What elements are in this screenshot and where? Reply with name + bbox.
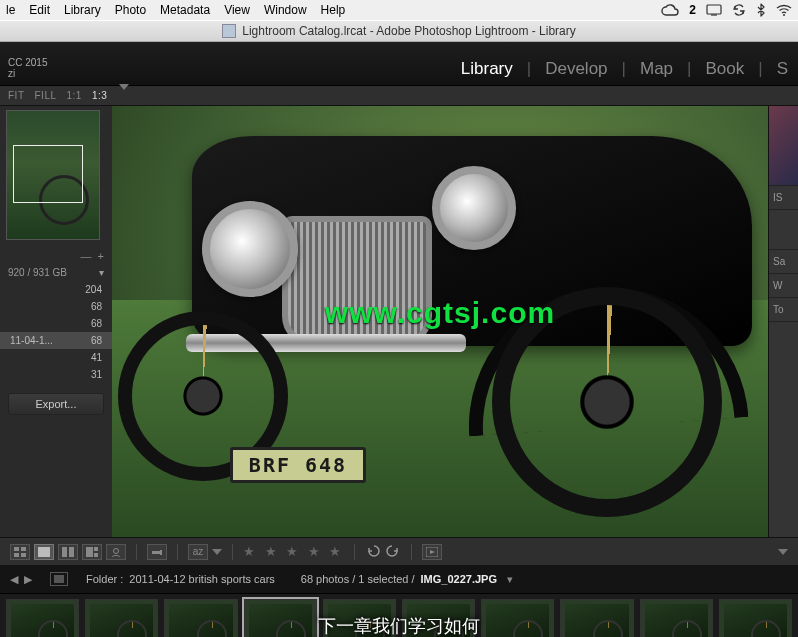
- export-button[interactable]: Export...: [8, 393, 104, 415]
- creative-cloud-icon[interactable]: [661, 4, 679, 16]
- svg-rect-3: [14, 547, 19, 551]
- painter-tool-icon[interactable]: [147, 544, 167, 560]
- identity-plate-line1: CC 2015: [8, 57, 47, 68]
- tab-library[interactable]: Library: [461, 59, 513, 79]
- compare-view-icon[interactable]: [58, 544, 78, 560]
- svg-rect-6: [21, 553, 26, 557]
- folder-row[interactable]: 31: [0, 366, 112, 383]
- menu-metadata[interactable]: Metadata: [160, 3, 210, 17]
- rating-stars[interactable]: ★ ★ ★ ★ ★: [243, 544, 344, 559]
- people-view-icon[interactable]: [106, 544, 126, 560]
- loupe-view[interactable]: BRF 648 www.cgtsj.com: [112, 106, 768, 537]
- window-title-bar: Lightroom Catalog.lrcat - Adobe Photosho…: [0, 20, 798, 42]
- filmstrip-thumb[interactable]: [719, 599, 792, 638]
- volume-space-label: 920 / 931 GB: [8, 267, 67, 278]
- menu-window[interactable]: Window: [264, 3, 307, 17]
- right-panel-item[interactable]: Sa: [769, 250, 798, 274]
- module-picker: Library | Develop | Map | Book | S: [461, 59, 788, 79]
- folder-row-selected[interactable]: 11-04-1... 68: [0, 332, 112, 349]
- zoom-1to3[interactable]: 1:3: [92, 90, 107, 101]
- filmstrip-thumb[interactable]: [640, 599, 713, 638]
- panel-collapse-icon[interactable]: —: [81, 250, 92, 262]
- svg-rect-10: [86, 547, 93, 557]
- left-panel: — + 920 / 931 GB ▾ 204 68 68 11-04-1... …: [0, 106, 112, 537]
- filmstrip-thumb[interactable]: [85, 599, 158, 638]
- source-folder-name[interactable]: 2011-04-12 british sports cars: [129, 573, 275, 585]
- tab-develop[interactable]: Develop: [545, 59, 607, 79]
- loupe-view-icon[interactable]: [34, 544, 54, 560]
- svg-rect-8: [62, 547, 67, 557]
- filmstrip-thumb[interactable]: [402, 599, 475, 638]
- tab-book[interactable]: Book: [705, 59, 744, 79]
- chevron-down-icon[interactable]: ▾: [507, 573, 513, 586]
- identity-plate-line2: zi: [8, 68, 47, 79]
- view-mode-group: [10, 544, 126, 560]
- menu-photo[interactable]: Photo: [115, 3, 146, 17]
- sort-group[interactable]: az: [188, 544, 222, 560]
- filmstrip-thumb[interactable]: [323, 599, 396, 638]
- svg-rect-4: [21, 547, 26, 551]
- os-menu-bar: le Edit Library Photo Metadata View Wind…: [0, 0, 798, 20]
- sort-direction-icon[interactable]: az: [188, 544, 208, 560]
- menu-library[interactable]: Library: [64, 3, 101, 17]
- folder-row[interactable]: 68: [0, 315, 112, 332]
- chevron-down-icon[interactable]: [212, 549, 222, 555]
- rotate-ccw-icon[interactable]: [365, 544, 381, 560]
- chevron-down-icon[interactable]: ▾: [99, 267, 104, 278]
- folder-row[interactable]: 204: [0, 281, 112, 298]
- view-toolbar: az ★ ★ ★ ★ ★: [0, 537, 798, 565]
- menu-help[interactable]: Help: [321, 3, 346, 17]
- svg-rect-5: [14, 553, 19, 557]
- filmstrip-thumb[interactable]: [164, 599, 237, 638]
- menu-view[interactable]: View: [224, 3, 250, 17]
- filmstrip-thumb-selected[interactable]: [244, 599, 317, 638]
- right-panel-item[interactable]: To: [769, 298, 798, 322]
- right-panel-item[interactable]: IS: [769, 186, 798, 210]
- filmstrip-thumb[interactable]: [6, 599, 79, 638]
- chevron-down-icon[interactable]: [119, 90, 129, 101]
- forward-arrow-icon[interactable]: ▶: [24, 573, 32, 586]
- svg-rect-15: [160, 550, 162, 555]
- panel-add-icon[interactable]: +: [98, 250, 104, 262]
- filmstrip[interactable]: 下一章我们学习如何 在图库模块中管理图像: [0, 593, 798, 637]
- svg-rect-17: [54, 575, 64, 583]
- folder-count: 68: [91, 335, 102, 346]
- svg-point-2: [783, 14, 785, 16]
- folder-row[interactable]: 68: [0, 298, 112, 315]
- menu-file[interactable]: le: [6, 3, 15, 17]
- sync-icon[interactable]: [732, 3, 746, 17]
- bluetooth-icon[interactable]: [756, 3, 766, 17]
- zoom-1to1[interactable]: 1:1: [67, 90, 82, 101]
- tab-map[interactable]: Map: [640, 59, 673, 79]
- slideshow-icon[interactable]: [422, 544, 442, 560]
- svg-rect-11: [94, 547, 98, 551]
- svg-rect-0: [707, 5, 721, 14]
- wifi-icon[interactable]: [776, 4, 792, 16]
- selection-count: 68 photos / 1 selected /: [301, 573, 415, 585]
- filmstrip-thumb[interactable]: [560, 599, 633, 638]
- grid-shortcut-icon[interactable]: [50, 572, 68, 586]
- svg-rect-12: [94, 553, 98, 557]
- tab-slideshow-cut[interactable]: S: [777, 59, 788, 79]
- right-panel-item[interactable]: [769, 210, 798, 250]
- back-arrow-icon[interactable]: ◀: [10, 573, 18, 586]
- right-panel-item[interactable]: W: [769, 274, 798, 298]
- watermark-text: www.cgtsj.com: [325, 296, 555, 330]
- grid-view-icon[interactable]: [10, 544, 30, 560]
- zoom-fit[interactable]: FIT: [8, 90, 25, 101]
- navigator-thumbnail[interactable]: [6, 110, 100, 240]
- survey-view-icon[interactable]: [82, 544, 102, 560]
- display-icon[interactable]: [706, 4, 722, 16]
- svg-rect-7: [38, 547, 50, 557]
- filmstrip-thumb[interactable]: [481, 599, 554, 638]
- zoom-fill[interactable]: FILL: [35, 90, 57, 101]
- navigator-viewport-frame[interactable]: [13, 145, 83, 203]
- filmstrip-source-bar: ◀ ▶ Folder : 2011-04-12 british sports c…: [0, 565, 798, 593]
- folder-label: 11-04-1...: [10, 335, 53, 346]
- toolbar-menu-icon[interactable]: [778, 549, 788, 555]
- folder-row[interactable]: 41: [0, 349, 112, 366]
- license-plate: BRF 648: [230, 447, 366, 483]
- menu-edit[interactable]: Edit: [29, 3, 50, 17]
- histogram-panel[interactable]: [769, 106, 798, 186]
- rotate-cw-icon[interactable]: [385, 544, 401, 560]
